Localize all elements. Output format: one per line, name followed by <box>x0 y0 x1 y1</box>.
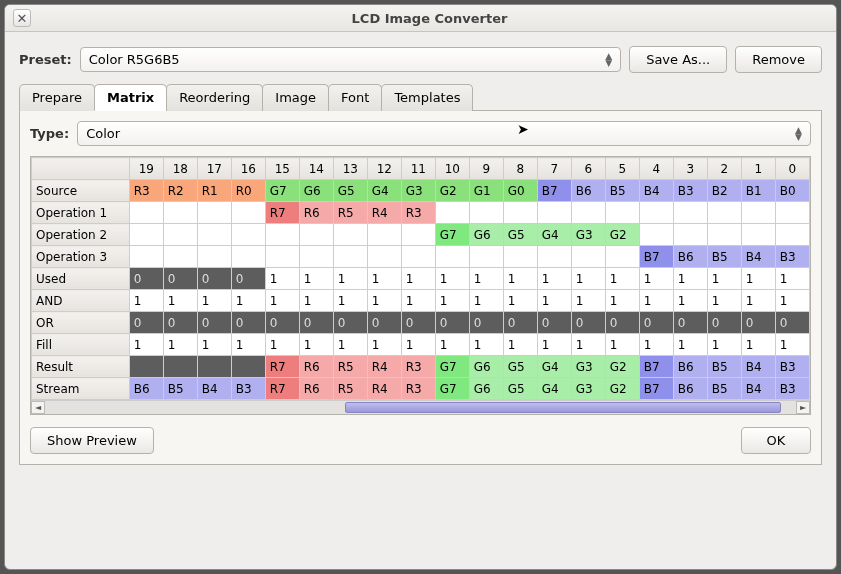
bit-cell[interactable]: G1 <box>469 180 503 202</box>
save-as-button[interactable]: Save As... <box>629 46 727 73</box>
bit-cell[interactable]: R7 <box>265 356 299 378</box>
bit-cell[interactable]: R1 <box>197 180 231 202</box>
bit-cell[interactable]: G2 <box>435 180 469 202</box>
bit-cell[interactable] <box>197 202 231 224</box>
bit-cell[interactable]: 1 <box>639 268 673 290</box>
bit-cell[interactable]: G4 <box>537 356 571 378</box>
bit-cell[interactable]: R3 <box>401 202 435 224</box>
bit-cell[interactable] <box>673 224 707 246</box>
bit-cell[interactable] <box>197 224 231 246</box>
bit-cell[interactable] <box>163 356 197 378</box>
bit-cell[interactable]: 1 <box>333 290 367 312</box>
bit-cell[interactable]: R4 <box>367 378 401 400</box>
bit-cell[interactable]: B6 <box>571 180 605 202</box>
bit-cell[interactable]: 1 <box>741 334 775 356</box>
bit-cell[interactable] <box>129 202 163 224</box>
bit-cell[interactable]: B2 <box>707 180 741 202</box>
tab-matrix[interactable]: Matrix <box>94 84 167 111</box>
bit-cell[interactable]: R3 <box>401 356 435 378</box>
bit-cell[interactable]: R6 <box>299 378 333 400</box>
bit-cell[interactable]: 0 <box>163 268 197 290</box>
bit-cell[interactable]: 1 <box>299 334 333 356</box>
bit-cell[interactable]: 1 <box>469 290 503 312</box>
bit-cell[interactable]: 0 <box>707 312 741 334</box>
bit-grid[interactable]: 191817161514131211109876543210SourceR3R2… <box>31 157 810 400</box>
bit-cell[interactable]: G6 <box>299 180 333 202</box>
bit-cell[interactable]: 1 <box>503 290 537 312</box>
bit-cell[interactable]: R6 <box>299 356 333 378</box>
bit-cell[interactable] <box>231 202 265 224</box>
bit-cell[interactable]: G3 <box>571 356 605 378</box>
bit-cell[interactable]: R2 <box>163 180 197 202</box>
bit-cell[interactable] <box>775 224 809 246</box>
bit-cell[interactable]: 1 <box>537 290 571 312</box>
bit-cell[interactable]: G6 <box>469 356 503 378</box>
bit-cell[interactable]: 0 <box>299 312 333 334</box>
tab-reordering[interactable]: Reordering <box>166 84 263 111</box>
bit-cell[interactable]: B7 <box>639 246 673 268</box>
bit-cell[interactable] <box>605 246 639 268</box>
bit-cell[interactable]: R6 <box>299 202 333 224</box>
bit-cell[interactable]: G2 <box>605 378 639 400</box>
bit-cell[interactable]: 1 <box>503 334 537 356</box>
bit-cell[interactable]: 1 <box>707 334 741 356</box>
bit-cell[interactable]: G7 <box>435 224 469 246</box>
bit-cell[interactable] <box>775 202 809 224</box>
bit-cell[interactable]: 0 <box>673 312 707 334</box>
bit-cell[interactable]: B1 <box>741 180 775 202</box>
bit-cell[interactable]: G3 <box>401 180 435 202</box>
bit-cell[interactable]: 1 <box>265 334 299 356</box>
bit-cell[interactable] <box>537 246 571 268</box>
bit-cell[interactable]: B4 <box>639 180 673 202</box>
bit-cell[interactable] <box>163 224 197 246</box>
bit-cell[interactable] <box>435 246 469 268</box>
bit-cell[interactable]: 1 <box>775 290 809 312</box>
bit-cell[interactable]: B6 <box>673 356 707 378</box>
bit-cell[interactable] <box>639 224 673 246</box>
bit-cell[interactable]: 1 <box>673 268 707 290</box>
bit-cell[interactable]: 1 <box>265 290 299 312</box>
horizontal-scrollbar[interactable]: ◄ ► <box>31 400 810 414</box>
bit-cell[interactable] <box>741 224 775 246</box>
bit-cell[interactable]: 0 <box>469 312 503 334</box>
bit-cell[interactable]: G4 <box>367 180 401 202</box>
bit-cell[interactable]: G4 <box>537 224 571 246</box>
bit-cell[interactable] <box>503 246 537 268</box>
bit-cell[interactable] <box>639 202 673 224</box>
bit-cell[interactable] <box>333 246 367 268</box>
bit-cell[interactable]: 1 <box>367 268 401 290</box>
bit-cell[interactable] <box>401 224 435 246</box>
tab-prepare[interactable]: Prepare <box>19 84 95 111</box>
scroll-track[interactable] <box>45 401 796 414</box>
bit-cell[interactable]: 1 <box>605 334 639 356</box>
bit-cell[interactable]: G7 <box>435 378 469 400</box>
bit-cell[interactable]: 1 <box>299 268 333 290</box>
bit-cell[interactable]: 1 <box>401 268 435 290</box>
bit-cell[interactable]: B6 <box>673 246 707 268</box>
bit-cell[interactable]: B4 <box>741 378 775 400</box>
scroll-thumb[interactable] <box>345 402 781 413</box>
bit-cell[interactable]: 1 <box>673 290 707 312</box>
show-preview-button[interactable]: Show Preview <box>30 427 154 454</box>
bit-cell[interactable] <box>163 246 197 268</box>
bit-cell[interactable]: 1 <box>231 290 265 312</box>
bit-cell[interactable]: 0 <box>197 268 231 290</box>
bit-cell[interactable] <box>401 246 435 268</box>
bit-cell[interactable]: B3 <box>775 378 809 400</box>
bit-cell[interactable] <box>197 356 231 378</box>
bit-cell[interactable]: G2 <box>605 356 639 378</box>
bit-cell[interactable]: R0 <box>231 180 265 202</box>
bit-cell[interactable]: 1 <box>401 290 435 312</box>
bit-cell[interactable]: R3 <box>401 378 435 400</box>
tab-templates[interactable]: Templates <box>381 84 473 111</box>
bit-cell[interactable] <box>537 202 571 224</box>
bit-cell[interactable]: G4 <box>537 378 571 400</box>
bit-cell[interactable]: 1 <box>197 334 231 356</box>
bit-cell[interactable]: 1 <box>537 334 571 356</box>
bit-cell[interactable]: 1 <box>639 290 673 312</box>
bit-cell[interactable]: R4 <box>367 356 401 378</box>
bit-cell[interactable]: 0 <box>129 268 163 290</box>
bit-cell[interactable]: 1 <box>673 334 707 356</box>
bit-cell[interactable]: R3 <box>129 180 163 202</box>
preset-combo[interactable]: Color R5G6B5 ▲▼ <box>80 47 621 72</box>
